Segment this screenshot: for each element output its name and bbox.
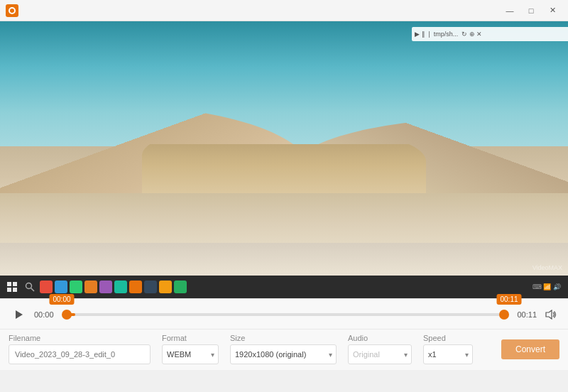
- video-browser-bar: ▶ ‖ | tmp/sh... ↻ ⊕ ✕: [412, 27, 568, 41]
- svg-rect-3: [13, 288, 17, 292]
- maximize-button[interactable]: □: [521, 4, 541, 18]
- timeline-track[interactable]: 00:00 00:11: [67, 313, 504, 316]
- taskbar-right: ⌨ 📶 🔊: [532, 283, 564, 290]
- svg-rect-2: [7, 288, 11, 292]
- time-end-label: 00:11: [510, 310, 537, 319]
- tooltip-end: 00:11: [496, 294, 521, 305]
- browser-bar-text: ▶ ‖ | tmp/sh... ↻ ⊕ ✕: [415, 31, 482, 38]
- taskbar-icon-4[interactable]: [84, 281, 97, 293]
- format-select[interactable]: WEBM MP4 AVI MOV MKV: [162, 344, 219, 364]
- bottom-controls: Filename Format WEBM MP4 AVI MOV MKV Siz…: [0, 329, 568, 370]
- taskbar-icon-10[interactable]: [174, 281, 187, 293]
- title-bar: — □ ✕: [0, 0, 568, 21]
- svg-marker-6: [16, 310, 23, 319]
- video-scene: [0, 21, 568, 298]
- filename-input[interactable]: [9, 344, 151, 364]
- close-button[interactable]: ✕: [542, 4, 562, 18]
- taskbar-system-text: ⌨ 📶 🔊: [532, 283, 561, 290]
- speed-group: Speed x0.5 x1 x1.5 x2: [423, 334, 473, 364]
- tooltip-start: 00:00: [49, 294, 74, 305]
- svg-rect-0: [7, 282, 11, 286]
- video-taskbar: ⌨ 📶 🔊: [0, 276, 568, 298]
- taskbar-icons: [40, 281, 187, 293]
- format-label: Format: [162, 334, 219, 342]
- svg-marker-7: [546, 310, 552, 319]
- speed-label: Speed: [423, 334, 473, 342]
- timeline-container[interactable]: 00:00 00:11: [67, 307, 504, 322]
- taskbar-icon-2[interactable]: [55, 281, 67, 293]
- speed-select[interactable]: x0.5 x1 x1.5 x2: [423, 344, 473, 364]
- audio-select-wrapper: Original: [348, 344, 412, 364]
- taskbar-search-icon[interactable]: [23, 280, 37, 294]
- filename-label: Filename: [9, 334, 151, 342]
- convert-button[interactable]: Convert: [501, 339, 559, 359]
- video-watermark: VideoMAX: [532, 264, 562, 271]
- video-area: ▶ ‖ | tmp/sh... ↻ ⊕ ✕ VideoMAX: [0, 21, 568, 298]
- volume-button[interactable]: [542, 306, 559, 323]
- audio-group: Audio Original: [348, 334, 412, 364]
- audio-label: Audio: [348, 334, 412, 342]
- taskbar-icon-3[interactable]: [70, 281, 82, 293]
- filename-group: Filename: [9, 334, 151, 364]
- size-group: Size 1920x1080 (original) 1280x720 854x4…: [230, 334, 337, 364]
- taskbar-icon-9[interactable]: [159, 281, 172, 293]
- time-start-label: 00:00: [34, 310, 61, 319]
- app-icon-inner: [9, 7, 16, 14]
- taskbar-icon-1[interactable]: [40, 281, 53, 293]
- timeline-row: 00:00 00:00 00:11 00:11: [9, 305, 559, 325]
- taskbar-start-icon[interactable]: [4, 279, 20, 295]
- timeline-start-thumb[interactable]: 00:00: [62, 310, 72, 320]
- size-select[interactable]: 1920x1080 (original) 1280x720 854x480 64…: [230, 344, 337, 364]
- timeline-end-thumb[interactable]: 00:11: [499, 310, 509, 320]
- taskbar-icon-7[interactable]: [129, 281, 142, 293]
- timeline-section: 00:00 00:00 00:11 00:11: [0, 298, 568, 329]
- taskbar-icon-8[interactable]: [144, 281, 157, 293]
- minimize-button[interactable]: —: [500, 4, 520, 18]
- svg-point-4: [26, 283, 32, 289]
- taskbar-icon-5[interactable]: [99, 281, 112, 293]
- title-bar-controls: — □ ✕: [500, 4, 562, 18]
- size-label: Size: [230, 334, 337, 342]
- format-group: Format WEBM MP4 AVI MOV MKV: [162, 334, 219, 364]
- audio-select[interactable]: Original: [348, 344, 412, 364]
- speed-select-wrapper: x0.5 x1 x1.5 x2: [423, 344, 473, 364]
- play-button[interactable]: [9, 305, 28, 325]
- size-select-wrapper: 1920x1080 (original) 1280x720 854x480 64…: [230, 344, 337, 364]
- svg-line-5: [31, 288, 35, 292]
- taskbar-icon-6[interactable]: [114, 281, 127, 293]
- title-bar-left: [6, 4, 18, 17]
- svg-rect-1: [13, 282, 17, 286]
- app-icon: [6, 4, 18, 17]
- format-select-wrapper: WEBM MP4 AVI MOV MKV: [162, 344, 219, 364]
